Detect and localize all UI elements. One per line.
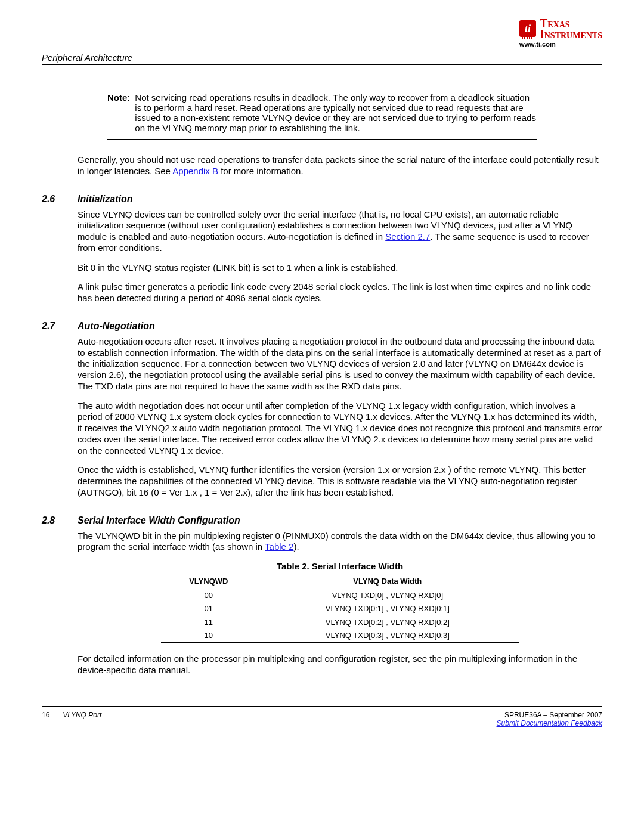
table-row: 00 VLYNQ TXD[0] , VLYNQ RXD[0] [161, 589, 519, 603]
table-header-row: VLYNQWD VLYNQ Data Width [161, 574, 519, 589]
intro-text-pre: Generally, you should not use read opera… [78, 154, 599, 176]
section-title: Initialization [78, 194, 132, 205]
section-title: Serial Interface Width Configuration [78, 515, 240, 526]
section-2-7-heading: 2.7 Auto-Negotiation [42, 321, 602, 332]
section-number: 2.6 [42, 194, 78, 205]
cell: 01 [161, 602, 256, 615]
cell: VLYNQ TXD[0:3] , VLYNQ RXD[0:3] [256, 629, 519, 643]
paragraph: Bit 0 in the VLYNQ status register (LINK… [78, 262, 602, 274]
table-row: 10 VLYNQ TXD[0:3] , VLYNQ RXD[0:3] [161, 629, 519, 643]
note-text: Not servicing read operations results in… [135, 92, 537, 133]
cell: 10 [161, 629, 256, 643]
col-header-vlynqwd: VLYNQWD [161, 574, 256, 589]
cell: VLYNQ TXD[0:2] , VLYNQ RXD[0:2] [256, 616, 519, 629]
table-serial-interface-width: VLYNQWD VLYNQ Data Width 00 VLYNQ TXD[0]… [161, 574, 519, 643]
paragraph: For detailed information on the processo… [78, 654, 602, 676]
cell: 00 [161, 589, 256, 603]
text: ). [293, 541, 299, 552]
paragraph: Once the width is established, VLYNQ fur… [78, 465, 602, 498]
link-appendix-b[interactable]: Appendix B [172, 166, 218, 176]
footer-doc-id: SPRUE36A – September 2007 [497, 711, 602, 719]
link-section-2-7[interactable]: Section 2.7 [385, 231, 430, 241]
brand-line2: Instruments [540, 29, 602, 39]
footer-left: 16 VLYNQ Port [42, 711, 101, 719]
section-2-6-heading: 2.6 Initialization [42, 194, 602, 205]
paragraph: Since VLYNQ devices can be controlled so… [78, 209, 602, 254]
section-number: 2.7 [42, 321, 78, 332]
paragraph: Auto-negotiation occurs after reset. It … [78, 336, 602, 392]
table-caption: Table 2. Serial Interface Width [78, 561, 602, 572]
section-number: 2.8 [42, 515, 78, 526]
cell: 11 [161, 616, 256, 629]
cell: VLYNQ TXD[0:1] , VLYNQ RXD[0:1] [256, 602, 519, 615]
footer-right: SPRUE36A – September 2007 Submit Documen… [497, 711, 602, 727]
ti-wordmark: Texas Instruments [540, 18, 602, 39]
section-title: Auto-Negotiation [78, 321, 155, 332]
brand-url[interactable]: www.ti.com [519, 41, 602, 48]
table-row: 11 VLYNQ TXD[0:2] , VLYNQ RXD[0:2] [161, 616, 519, 629]
intro-paragraph: Generally, you should not use read opera… [78, 154, 602, 177]
section-2-6-body: Since VLYNQ devices can be controlled so… [78, 209, 602, 304]
link-submit-feedback[interactable]: Submit Documentation Feedback [497, 719, 602, 727]
document-page: ti Texas Instruments www.ti.com Peripher… [0, 0, 644, 739]
section-2-8-heading: 2.8 Serial Interface Width Configuration [42, 515, 602, 526]
page-footer: 16 VLYNQ Port SPRUE36A – September 2007 … [42, 707, 602, 727]
running-header: Peripheral Architecture [42, 52, 132, 63]
ti-logo: ti Texas Instruments [519, 18, 602, 39]
cell: VLYNQ TXD[0] , VLYNQ RXD[0] [256, 589, 519, 603]
section-2-8-body: The VLYNQWD bit in the pin multiplexing … [78, 531, 602, 676]
note-box: Note: Not servicing read operations resu… [107, 86, 537, 140]
ti-chip-icon: ti [519, 20, 536, 37]
table-row: 01 VLYNQ TXD[0:1] , VLYNQ RXD[0:1] [161, 602, 519, 615]
text: The VLYNQWD bit in the pin multiplexing … [78, 531, 595, 552]
paragraph: The VLYNQWD bit in the pin multiplexing … [78, 531, 602, 553]
paragraph: The auto width negotiation does not occu… [78, 401, 602, 457]
intro-text-post: for more information. [218, 166, 304, 176]
col-header-data-width: VLYNQ Data Width [256, 574, 519, 589]
page-header: ti Texas Instruments www.ti.com [42, 18, 602, 48]
brand-block: ti Texas Instruments www.ti.com [519, 18, 602, 48]
section-2-7-body: Auto-negotiation occurs after reset. It … [78, 336, 602, 498]
footer-doc-title: VLYNQ Port [63, 711, 101, 719]
running-header-rule: Peripheral Architecture [42, 52, 602, 65]
note-label: Note: [107, 92, 130, 133]
link-table-2[interactable]: Table 2 [265, 541, 293, 552]
page-number: 16 [42, 711, 49, 719]
paragraph: A link pulse timer generates a periodic … [78, 281, 602, 304]
